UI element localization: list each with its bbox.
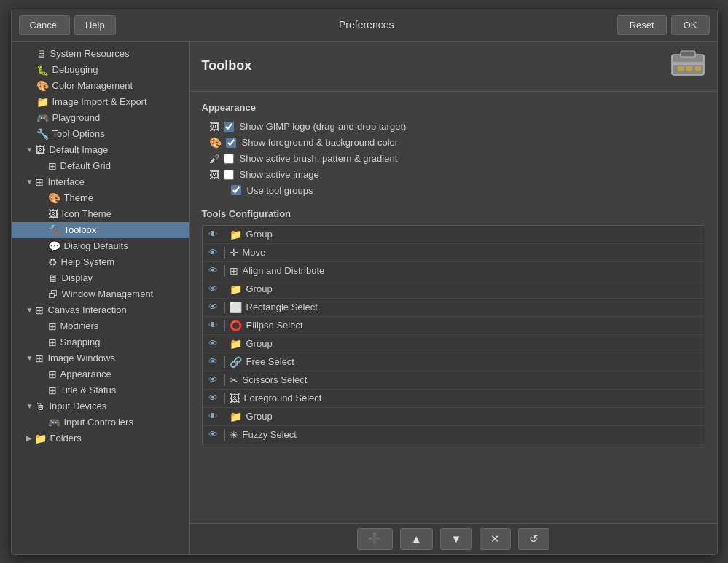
- sidebar-item-display[interactable]: 🖥Display: [12, 270, 189, 286]
- item-icon-color-management: 🎨: [36, 80, 49, 92]
- sidebar-item-debugging[interactable]: 🐛Debugging: [12, 62, 189, 78]
- tool-row-fuzzy-select[interactable]: 👁 ✳ Fuzzy Select: [203, 426, 705, 444]
- tool-row-group-4[interactable]: 👁 📁 Group: [203, 408, 705, 426]
- sidebar-item-icon-theme[interactable]: 🖼Icon Theme: [12, 206, 189, 222]
- down-btn[interactable]: ▼: [440, 528, 473, 550]
- tool-row-rect-select[interactable]: 👁 ⬜ Rectangle Select: [203, 299, 705, 317]
- check-icon-show-fg-bg: 🎨: [209, 137, 222, 149]
- tool-row-group-3[interactable]: 👁 📁 Group: [203, 335, 705, 353]
- sidebar-item-canvas-interaction[interactable]: ▼⊞Canvas Interaction: [12, 302, 189, 318]
- tools-list[interactable]: 👁 📁 Group 👁 ✛ Move 👁 ⊞ Align and Distrib…: [202, 225, 705, 444]
- sidebar-item-label: Default Grid: [60, 160, 111, 171]
- sidebar-item-tool-options[interactable]: 🔧Tool Options: [12, 126, 189, 142]
- tool-row-fg-select[interactable]: 👁 🖼 Foreground Select: [203, 390, 705, 408]
- eye-icon-rect-select[interactable]: 👁: [208, 302, 218, 312]
- check-row-show-gimp-logo: 🖼 Show GIMP logo (drag-and-drop target): [202, 119, 705, 135]
- eye-icon-group-1[interactable]: 👁: [208, 229, 218, 240]
- sidebar-item-label: System Resources: [50, 48, 130, 59]
- eye-icon-ellipse-select[interactable]: 👁: [208, 320, 218, 331]
- tool-icon-move: ✛: [230, 247, 238, 259]
- tool-row-move[interactable]: 👁 ✛ Move: [203, 244, 705, 262]
- sidebar-item-window-management[interactable]: 🗗Window Management: [12, 286, 189, 302]
- eye-icon-align[interactable]: 👁: [208, 265, 218, 276]
- sidebar-item-label: Theme: [64, 192, 93, 203]
- sidebar-item-color-management[interactable]: 🎨Color Management: [12, 78, 189, 94]
- eye-icon-move[interactable]: 👁: [208, 247, 218, 258]
- checkbox-use-tool-groups[interactable]: [231, 185, 241, 195]
- tool-name-scissors-select: Scissors Select: [243, 374, 699, 385]
- checkbox-show-fg-bg[interactable]: [226, 138, 236, 148]
- sidebar-item-label: Image Windows: [47, 353, 114, 363]
- checkbox-show-active-image[interactable]: [224, 170, 234, 180]
- sidebar-item-label: Playground: [52, 112, 101, 123]
- svg-rect-1: [681, 51, 695, 57]
- eye-icon-group-4[interactable]: 👁: [208, 411, 218, 422]
- sidebar-item-theme[interactable]: 🎨Theme: [12, 190, 189, 206]
- sidebar-item-label: Modifiers: [60, 320, 99, 331]
- tool-name-group-1: Group: [246, 229, 699, 240]
- tool-row-ellipse-select[interactable]: 👁 ⭕ Ellipse Select: [203, 317, 705, 335]
- tool-icon-group-4: 📁: [230, 411, 242, 422]
- tool-row-group-1[interactable]: 👁 📁 Group: [203, 226, 705, 244]
- tools-config-label: Tools Configuration: [202, 208, 705, 219]
- sidebar-item-appearance[interactable]: ⊞Appearance: [12, 366, 189, 382]
- tool-name-align: Align and Distribute: [243, 265, 699, 276]
- tool-row-group-2[interactable]: 👁 📁 Group: [203, 280, 705, 299]
- svg-rect-3: [678, 66, 684, 71]
- sidebar-item-label: Dialog Defaults: [64, 240, 128, 251]
- tool-icon-group-2: 📁: [230, 283, 242, 295]
- cancel-button[interactable]: Cancel: [19, 15, 70, 35]
- sidebar-item-label: Debugging: [52, 64, 98, 75]
- sidebar-item-playground[interactable]: 🎮Playground: [12, 110, 189, 126]
- tool-name-ellipse-select: Ellipse Select: [246, 320, 699, 331]
- sidebar-item-default-grid[interactable]: ⊞Default Grid: [12, 158, 189, 174]
- sidebar-item-title-status[interactable]: ⊞Title & Status: [12, 382, 189, 398]
- reset-button[interactable]: Reset: [617, 15, 667, 35]
- tool-row-free-select[interactable]: 👁 🔗 Free Select: [203, 353, 705, 371]
- sidebar-item-toolbox[interactable]: 🔨Toolbox: [12, 222, 189, 238]
- indent-bar: [224, 265, 225, 277]
- reset-btn[interactable]: ↺: [518, 528, 549, 550]
- tool-row-align[interactable]: 👁 ⊞ Align and Distribute: [203, 262, 705, 280]
- sidebar-item-image-windows[interactable]: ▼⊞Image Windows: [12, 350, 189, 366]
- add-btn[interactable]: ➕: [357, 528, 393, 550]
- item-icon-theme: 🎨: [48, 192, 60, 204]
- tool-icon-fuzzy-select: ✳: [230, 429, 238, 441]
- item-icon-folders: 📁: [34, 433, 47, 444]
- item-icon-icon-theme: 🖼: [48, 208, 58, 220]
- checkbox-show-brush[interactable]: [224, 154, 234, 164]
- eye-icon-group-2[interactable]: 👁: [208, 283, 218, 294]
- sidebar-item-help-system[interactable]: ♻Help System: [12, 254, 189, 270]
- expand-icon: ▶: [26, 434, 32, 442]
- check-icon-show-gimp-logo: 🖼: [209, 121, 219, 133]
- sidebar-item-label: Help System: [61, 256, 115, 267]
- dialog-body: 🖥System Resources🐛Debugging🎨Color Manage…: [12, 42, 717, 554]
- sidebar-item-label: Snapping: [60, 336, 101, 347]
- ok-button[interactable]: OK: [671, 15, 710, 35]
- svg-rect-2: [672, 62, 704, 65]
- tool-name-free-select: Free Select: [246, 356, 699, 367]
- sidebar-item-default-image[interactable]: ▼🖼Default Image: [12, 142, 189, 158]
- eye-icon-fuzzy-select[interactable]: 👁: [208, 429, 218, 440]
- tool-row-scissors-select[interactable]: 👁 ✂ Scissors Select: [203, 371, 705, 390]
- delete-btn[interactable]: ✕: [480, 528, 511, 550]
- checkbox-show-gimp-logo[interactable]: [224, 122, 234, 132]
- eye-icon-scissors-select[interactable]: 👁: [208, 374, 218, 385]
- sidebar-item-modifiers[interactable]: ⊞Modifiers: [12, 318, 189, 334]
- up-btn[interactable]: ▲: [400, 528, 433, 550]
- eye-icon-fg-select[interactable]: 👁: [208, 393, 218, 403]
- sidebar-item-input-controllers[interactable]: 🎮Input Controllers: [12, 414, 189, 430]
- expand-icon: ▼: [26, 306, 34, 314]
- toolbox-icon: [670, 49, 705, 84]
- eye-icon-free-select[interactable]: 👁: [208, 356, 218, 367]
- sidebar-item-system-resources[interactable]: 🖥System Resources: [12, 46, 189, 62]
- sidebar-item-folders[interactable]: ▶📁Folders: [12, 430, 189, 446]
- eye-icon-group-3[interactable]: 👁: [208, 338, 218, 349]
- sidebar-item-dialog-defaults[interactable]: 💬Dialog Defaults: [12, 238, 189, 254]
- item-icon-snapping: ⊞: [48, 336, 57, 348]
- sidebar-item-snapping[interactable]: ⊞Snapping: [12, 334, 189, 350]
- sidebar-item-input-devices[interactable]: ▼🖱Input Devices: [12, 398, 189, 414]
- help-button[interactable]: Help: [74, 15, 116, 35]
- sidebar-item-image-import-export[interactable]: 📁Image Import & Export: [12, 94, 189, 110]
- sidebar-item-interface[interactable]: ▼⊞Interface: [12, 174, 189, 190]
